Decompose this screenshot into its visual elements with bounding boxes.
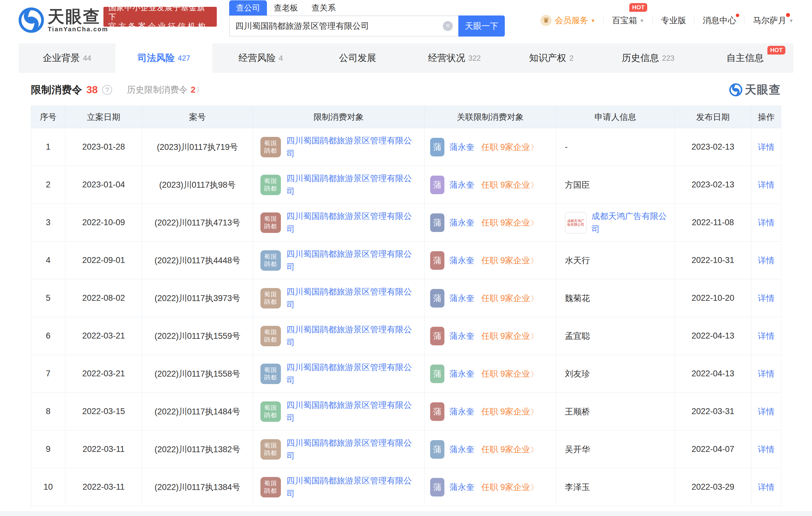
search-tab-active[interactable]: 查公司 [229, 0, 267, 16]
nav-pro-version[interactable]: 专业版 [661, 15, 686, 26]
company-link[interactable]: 四川蜀国鹃都旅游景区管理有限公司 [287, 361, 418, 387]
cell-filing-date: 2022-03-11 [65, 431, 142, 468]
detail-link[interactable]: 详情 [758, 218, 775, 227]
person-positions-link[interactable]: 任职 9家企业〉 [481, 331, 538, 342]
company-avatar[interactable]: 蜀国鹃都 [260, 364, 281, 384]
applicant-logo[interactable]: 成都天鸿广告有限公司 [565, 212, 586, 233]
person-avatar[interactable]: 蒲 [430, 138, 444, 156]
company-link[interactable]: 四川蜀国鹃都旅游景区管理有限公司 [287, 285, 418, 311]
person-avatar[interactable]: 蒲 [430, 365, 444, 383]
restricted-target: 蜀国鹃都四川蜀国鹃都旅游景区管理有限公司 [253, 134, 424, 160]
nav-vip-services[interactable]: ♛ 会员服务 ▼ [541, 15, 595, 26]
person-positions-link[interactable]: 任职 9家企业〉 [481, 217, 538, 228]
person-positions-link[interactable]: 任职 9家企业〉 [481, 142, 538, 153]
company-avatar[interactable]: 蜀国鹃都 [260, 477, 281, 497]
tianyancha-logo[interactable]: 天眼查 TianYanCha.com [19, 7, 108, 33]
person-avatar[interactable]: 蒲 [430, 402, 444, 421]
company-avatar[interactable]: 蜀国鹃都 [260, 401, 281, 422]
search-button[interactable]: 天眼一下 [458, 16, 505, 36]
person-positions-link[interactable]: 任职 9家企业〉 [481, 482, 538, 493]
person-avatar[interactable]: 蒲 [430, 440, 444, 459]
person-avatar[interactable]: 蒲 [430, 213, 444, 232]
tab-自主信息[interactable]: 自主信息HOT [696, 44, 793, 73]
detail-link[interactable]: 详情 [758, 445, 775, 454]
cell-case-number: (2023)川0117执98号 [142, 166, 253, 204]
person-positions-link[interactable]: 任职 9家企业〉 [481, 179, 538, 191]
detail-link[interactable]: 详情 [758, 483, 775, 492]
company-link[interactable]: 四川蜀国鹃都旅游景区管理有限公司 [287, 248, 418, 274]
detail-link[interactable]: 详情 [758, 142, 775, 152]
tab-企业背景[interactable]: 企业背景44 [19, 44, 116, 73]
history-orders-link[interactable]: 历史限制消费令 2 〉 [127, 84, 204, 96]
person-avatar[interactable]: 蒲 [430, 251, 444, 270]
applicant-link[interactable]: 成都天鸿广告有限公司 [591, 210, 671, 236]
clear-icon[interactable]: × [443, 21, 453, 31]
applicant-info: 孟宜聪 [556, 331, 674, 342]
related-target: 蒲蒲永奎任职 9家企业〉 [425, 289, 556, 308]
nav-separator [652, 17, 653, 25]
person-positions-link[interactable]: 任职 9家企业〉 [481, 406, 538, 417]
detail-link[interactable]: 详情 [758, 332, 775, 341]
person-link[interactable]: 蒲永奎 [450, 293, 474, 304]
person-positions-link[interactable]: 任职 9家企业〉 [481, 368, 538, 379]
restricted-target: 蜀国鹃都四川蜀国鹃都旅游景区管理有限公司 [253, 436, 424, 462]
tab-公司发展[interactable]: 公司发展 [309, 44, 406, 73]
person-link[interactable]: 蒲永奎 [450, 179, 474, 191]
applicant-name: 孟宜聪 [565, 331, 590, 342]
company-avatar[interactable]: 蜀国鹃都 [260, 326, 281, 346]
company-avatar[interactable]: 蜀国鹃都 [260, 175, 281, 195]
cell-publish-date: 2022-10-20 [675, 279, 751, 317]
nav-message-center[interactable]: 消息中心 [703, 15, 736, 26]
person-link[interactable]: 蒲永奎 [450, 482, 474, 493]
company-avatar[interactable]: 蜀国鹃都 [260, 288, 281, 309]
person-positions-link[interactable]: 任职 9家企业〉 [481, 293, 538, 304]
person-link[interactable]: 蒲永奎 [450, 368, 474, 379]
person-link[interactable]: 蒲永奎 [450, 406, 474, 417]
search-tab[interactable]: 查关系 [305, 0, 343, 16]
company-link[interactable]: 四川蜀国鹃都旅游景区管理有限公司 [287, 399, 418, 425]
cell-applicant: 水天行 [556, 241, 675, 279]
tab-经营状况[interactable]: 经营状况322 [406, 44, 503, 73]
company-avatar-line2: 鹃都 [264, 147, 277, 154]
company-avatar[interactable]: 蜀国鹃都 [260, 212, 281, 233]
company-link[interactable]: 四川蜀国鹃都旅游景区管理有限公司 [287, 436, 418, 462]
company-link[interactable]: 四川蜀国鹃都旅游景区管理有限公司 [287, 134, 418, 160]
person-link[interactable]: 蒲永奎 [450, 217, 474, 228]
company-avatar[interactable]: 蜀国鹃都 [260, 250, 281, 271]
search-input[interactable] [235, 21, 443, 31]
person-link[interactable]: 蒲永奎 [450, 331, 474, 342]
tab-label: 知识产权 [529, 52, 566, 64]
company-link[interactable]: 四川蜀国鹃都旅游景区管理有限公司 [287, 323, 418, 349]
company-avatar[interactable]: 蜀国鹃都 [260, 439, 281, 460]
tab-经营风险[interactable]: 经营风险4 [212, 44, 309, 73]
cell-action: 详情 [751, 431, 781, 468]
person-avatar[interactable]: 蒲 [430, 289, 444, 308]
person-link[interactable]: 蒲永奎 [450, 255, 474, 266]
nav-toolbox[interactable]: HOT 百宝箱 ▼ [612, 15, 644, 26]
help-icon[interactable]: ? [102, 85, 112, 95]
detail-link[interactable]: 详情 [758, 407, 775, 416]
person-positions-link[interactable]: 任职 9家企业〉 [481, 444, 538, 455]
cell-case-number: (2022)川0117执1558号 [142, 355, 253, 393]
gov-certification-badge: 国家中小企业发展子基金旗下 官方备案企业征信机构 [104, 7, 217, 27]
person-positions-link[interactable]: 任职 9家企业〉 [481, 255, 538, 266]
person-avatar[interactable]: 蒲 [430, 176, 444, 194]
nav-user-menu[interactable]: 马尔萨月 ▼ [753, 15, 793, 26]
company-avatar[interactable]: 蜀国鹃都 [260, 137, 281, 157]
tab-历史信息[interactable]: 历史信息223 [600, 44, 697, 73]
detail-link[interactable]: 详情 [758, 180, 775, 190]
tab-司法风险[interactable]: 司法风险427 [116, 44, 212, 73]
detail-link[interactable]: 详情 [758, 256, 775, 265]
detail-link[interactable]: 详情 [758, 294, 775, 303]
company-link[interactable]: 四川蜀国鹃都旅游景区管理有限公司 [287, 474, 418, 500]
company-link[interactable]: 四川蜀国鹃都旅游景区管理有限公司 [287, 172, 418, 198]
company-link[interactable]: 四川蜀国鹃都旅游景区管理有限公司 [287, 210, 418, 236]
detail-link[interactable]: 详情 [758, 369, 775, 378]
person-avatar[interactable]: 蒲 [430, 478, 444, 496]
person-link[interactable]: 蒲永奎 [450, 142, 474, 153]
cell-publish-date: 2022-04-07 [675, 431, 751, 468]
search-tab[interactable]: 查老板 [267, 0, 305, 16]
person-link[interactable]: 蒲永奎 [450, 444, 474, 455]
tab-知识产权[interactable]: 知识产权2 [503, 44, 600, 73]
person-avatar[interactable]: 蒲 [430, 327, 444, 345]
